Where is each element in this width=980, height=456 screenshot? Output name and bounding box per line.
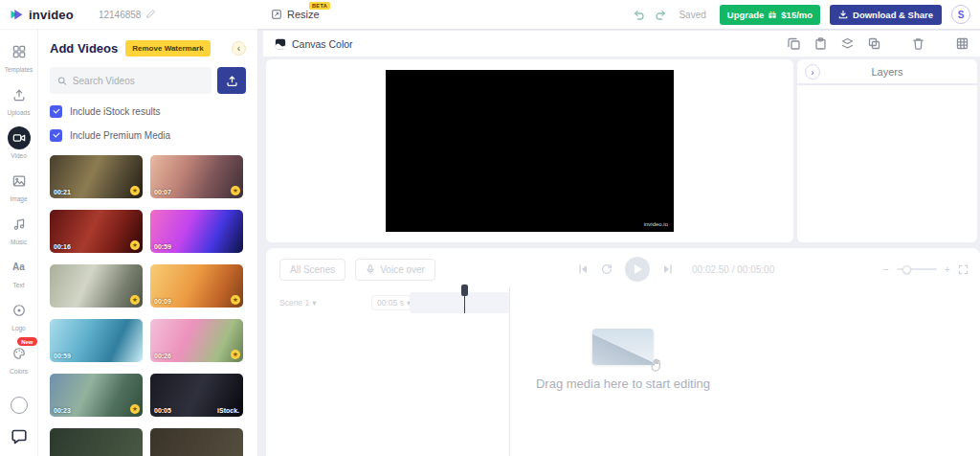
upgrade-price: $15/mo <box>781 10 813 20</box>
music-icon <box>12 217 26 231</box>
video-thumbnail[interactable]: ★ <box>50 264 143 308</box>
zoom-slider-knob[interactable] <box>902 265 911 274</box>
trash-icon <box>912 37 924 50</box>
left-toolbar: Templates Uploads Video Image Music Aa T… <box>0 29 38 456</box>
video-thumbnail[interactable]: 00:26 ★ <box>150 319 243 362</box>
video-duration: 00:07 <box>154 189 171 195</box>
premium-star-icon: ★ <box>130 240 140 250</box>
remove-watermark-button[interactable]: Remove Watermark <box>125 40 210 57</box>
video-thumbnail[interactable] <box>150 428 243 456</box>
zoom-out-button[interactable]: − <box>882 264 888 275</box>
premium-star-icon: ★ <box>130 295 140 305</box>
sidebar-label: Image <box>10 195 27 202</box>
top-bar: invideo 12146858 Resize BETA Saved Upgra… <box>0 0 980 29</box>
text-icon: Aa <box>12 262 25 272</box>
layers-header: › Layers <box>797 59 977 85</box>
all-scenes-button[interactable]: All Scenes <box>279 259 345 281</box>
sidebar-item-text[interactable]: Aa Text <box>0 250 38 293</box>
sidebar-item-colors[interactable]: New Colors <box>0 336 38 379</box>
video-thumbnail[interactable]: 00:23 ★ <box>50 374 143 417</box>
resize-tool-button[interactable]: Resize BETA <box>271 0 320 29</box>
video-thumbnail[interactable]: 00:16 ★ <box>50 210 143 253</box>
invideo-logo[interactable]: invideo <box>10 8 74 22</box>
sidebar-item-image[interactable]: Image <box>0 164 38 207</box>
skip-to-end-button[interactable] <box>662 263 674 275</box>
play-button[interactable] <box>625 257 650 282</box>
sidebar-item-templates[interactable]: Templates <box>0 34 38 78</box>
expand-timeline-icon[interactable] <box>958 264 969 275</box>
playhead[interactable] <box>461 285 468 313</box>
video-thumbnail[interactable]: 00:09 ★ <box>150 264 243 308</box>
grid-icon <box>956 37 969 50</box>
invideo-logo-icon <box>10 8 24 22</box>
include-istock-checkbox-row[interactable]: Include iStock results <box>50 105 246 118</box>
undo-button[interactable] <box>633 8 646 21</box>
loop-button[interactable] <box>601 263 612 275</box>
canvas-color-button[interactable]: Canvas Color <box>275 38 353 50</box>
premium-star-icon: ★ <box>130 404 140 414</box>
sidebar-label: Text <box>13 282 25 288</box>
paste-button[interactable] <box>814 37 827 50</box>
search-row <box>50 67 246 94</box>
search-icon <box>57 76 67 86</box>
send-backward-button[interactable] <box>868 37 880 50</box>
chevron-down-icon: ▾ <box>312 298 316 308</box>
premium-star-icon: ★ <box>231 186 240 195</box>
gift-icon <box>768 10 777 19</box>
layers-title: Layers <box>871 66 902 78</box>
edit-project-icon[interactable] <box>145 10 155 19</box>
video-thumbnail[interactable]: 00:07 ★ <box>150 155 243 198</box>
sidebar-item-video[interactable]: Video <box>0 121 38 164</box>
video-thumbnail[interactable]: 00:59 <box>50 319 143 362</box>
premium-checkbox[interactable] <box>50 129 62 142</box>
video-canvas[interactable]: invideo.io <box>386 70 674 232</box>
redo-button[interactable] <box>656 8 669 21</box>
delete-button[interactable] <box>912 37 924 50</box>
clipboard-icon <box>814 37 827 50</box>
chat-support-button[interactable] <box>10 427 29 446</box>
invideo-editor: invideo 12146858 Resize BETA Saved Upgra… <box>0 0 980 456</box>
sidebar-label: Templates <box>5 66 33 73</box>
istock-checkbox[interactable] <box>50 105 62 118</box>
account-avatar[interactable]: S <box>951 5 970 24</box>
upload-icon <box>226 75 238 87</box>
video-search-box[interactable] <box>50 67 212 94</box>
zoom-in-button[interactable]: + <box>945 264 950 275</box>
collapse-panel-button[interactable]: ‹ <box>232 41 246 56</box>
sidebar-item-music[interactable]: Music <box>0 207 38 250</box>
redo-icon <box>656 9 667 20</box>
search-input[interactable] <box>73 76 204 86</box>
scene-label: Scene 1 <box>279 298 309 308</box>
sidebar-label: Video <box>11 152 27 159</box>
scene-clip[interactable] <box>410 292 510 313</box>
grid-view-button[interactable] <box>956 37 969 50</box>
video-duration: 00:59 <box>54 353 71 359</box>
playhead-handle[interactable] <box>461 285 468 296</box>
video-thumbnail[interactable]: 00:21 ★ <box>50 155 143 198</box>
sidebar-item-logo[interactable]: Logo <box>0 293 38 336</box>
video-thumbnail[interactable]: 00:59 <box>150 210 243 253</box>
voice-over-button[interactable]: Voice over <box>355 259 435 281</box>
sidebar-item-uploads[interactable]: Uploads <box>0 78 38 121</box>
video-duration: 00:59 <box>154 243 171 250</box>
include-premium-checkbox-row[interactable]: Include Premium Media <box>50 129 246 142</box>
video-thumbnail[interactable] <box>50 428 143 456</box>
canvas-color-label: Canvas Color <box>292 38 353 50</box>
more-button[interactable] <box>11 397 28 414</box>
bring-forward-button[interactable] <box>841 37 854 50</box>
upload-video-button[interactable] <box>217 67 246 94</box>
timeline-panel: All Scenes Voice over 00:02.50 / 00:05:0… <box>266 248 980 456</box>
duplicate-button[interactable] <box>788 37 800 50</box>
project-id: 12146858 <box>99 10 156 20</box>
skip-to-start-button[interactable] <box>577 263 589 275</box>
media-placeholder-image <box>592 329 654 365</box>
zoom-slider[interactable] <box>897 268 937 270</box>
uploads-icon <box>12 88 26 102</box>
video-thumbnail[interactable]: 00:05 iStock. <box>150 374 243 417</box>
timeline-guide-line <box>509 286 510 456</box>
download-share-button[interactable]: Download & Share <box>830 5 942 25</box>
collapse-layers-button[interactable]: › <box>805 64 820 80</box>
upgrade-button[interactable]: Upgrade $15/mo <box>720 5 820 25</box>
playback-controls: 00:02.50 / 00:05:00 <box>577 248 774 290</box>
scene-selector[interactable]: Scene 1 ▾ <box>279 298 316 308</box>
